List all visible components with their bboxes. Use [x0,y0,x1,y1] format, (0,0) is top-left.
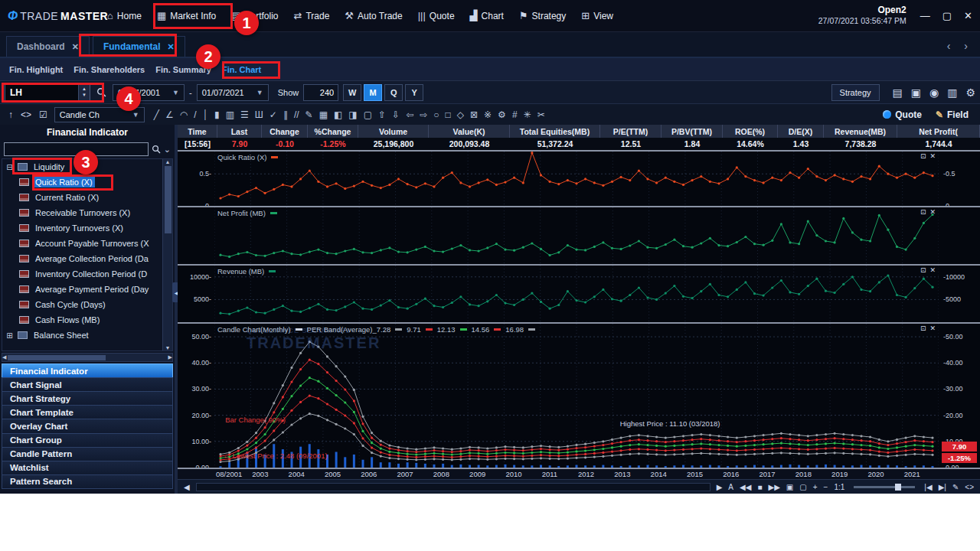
tree-item-account-payable-turnovers-x[interactable]: Account Payable Turnovers (X [2,236,162,251]
menu-item-strategy[interactable]: ⚑Strategy [511,0,573,31]
chart-type-select[interactable]: Candle Ch ▼ [54,107,145,122]
period-button-q[interactable]: Q [384,84,403,101]
compress-view-button[interactable]: ▣ [783,483,796,491]
date-from-select[interactable]: 01/07/2001 ▼ [113,84,185,101]
period-button-m[interactable]: M [364,84,382,101]
scroll-right-button[interactable]: ▶ [714,483,726,491]
drawing-tool-icon[interactable]: ∠ [162,109,177,120]
drawing-tool-icon[interactable]: ▮ [211,109,223,120]
drawing-tool-icon[interactable]: ╱ [151,109,162,120]
stop-button[interactable]: ■ [754,483,765,491]
drawing-tool-icon[interactable]: ◇ [454,109,467,120]
panel-close-icon[interactable]: ✕ [929,152,936,160]
panel-close-icon[interactable]: ✕ [929,208,936,216]
subtab-fin-highlight[interactable]: Fin. Highlight [5,62,67,77]
menu-item-chart[interactable]: ▟Chart [462,0,511,31]
zoom-slider[interactable] [854,486,915,488]
minimize-button[interactable]: — [920,10,930,21]
period-button-w[interactable]: W [343,84,361,101]
object-list-icon[interactable]: ☑ [35,109,51,120]
data-window-icon[interactable]: <> [17,109,35,120]
scale-1-1-button[interactable]: 1:1 [831,483,848,491]
drawing-tool-icon[interactable]: ▢ [361,109,375,120]
drawing-tool-icon[interactable]: // [291,109,302,120]
menu-item-quote[interactable]: |||Quote [410,0,462,31]
sidebar-menu-chart-template[interactable]: Chart Template [2,405,173,419]
date-to-select[interactable]: 01/07/2021 ▼ [197,84,269,101]
drawing-tool-icon[interactable]: ✳ [521,109,534,120]
go-last-button[interactable]: ▶| [936,483,949,491]
sidebar-menu-watchlist[interactable]: Watchlist [2,461,173,475]
expander-icon[interactable]: ⊟ [5,163,14,171]
scroll-down-icon[interactable]: ▼ [165,345,171,350]
tab-fundamental[interactable]: Fundamental✕ [93,36,185,57]
tree-vertical-scrollbar[interactable]: ▲ ▼ [162,159,172,350]
spinner-down-icon[interactable]: ▼ [82,93,87,98]
tree-item-current-ratio-x[interactable]: Current Ratio (X) [2,190,162,205]
expander-icon[interactable]: ⊞ [5,331,14,340]
drawing-tool-icon[interactable]: ☰ [237,109,252,120]
menu-item-auto-trade[interactable]: ⚒Auto Trade [337,0,410,31]
panel-settings-icon[interactable]: ⊡ [920,208,926,216]
drawing-tool-icon[interactable]: ✂ [534,109,548,120]
drawing-tool-icon[interactable]: ◠ [177,109,191,120]
open-folder-icon[interactable]: ▤ [893,86,903,99]
drawing-tool-icon[interactable]: ∥ [280,109,291,120]
tree-item-inventory-turnovers-x[interactable]: Inventory Turnovers (X) [2,220,162,236]
field-button[interactable]: ✎ Field [929,109,975,120]
maximize-button[interactable]: ▢ [942,10,952,21]
tree-item-cash-flows-mb[interactable]: Cash Flows (MB) [2,312,162,328]
step-backward-button[interactable]: ◀◀ [737,483,754,491]
drawing-tool-icon[interactable]: ◨ [345,109,360,120]
sidebar-menu-chart-strategy[interactable]: Chart Strategy [2,391,173,406]
subtab-fin-chart[interactable]: Fin. Chart [217,62,266,77]
snapshot-camera-icon[interactable]: ◉ [929,86,939,99]
step-forward-button[interactable]: ▶▶ [765,483,782,491]
search-icon[interactable] [152,145,161,154]
drawing-tool-icon[interactable]: ▥ [223,109,237,120]
scroll-left-icon[interactable]: ◀ [2,354,6,360]
drawing-tool-icon[interactable]: ⇨ [416,109,430,120]
settings-wrench-icon[interactable]: ⚙ [965,86,975,99]
quote-toggle[interactable]: Quote [876,109,929,120]
panel-settings-icon[interactable]: ⊡ [920,324,926,332]
drawing-tool-icon[interactable]: │ [200,109,212,120]
drawing-tool-icon[interactable]: ⇦ [403,109,416,120]
subtab-fin-shareholders[interactable]: Fin. Shareholders [69,62,149,77]
draw-button[interactable]: ✎ [949,483,962,491]
expand-view-button[interactable]: ▢ [796,483,809,491]
sidebar-menu-candle-pattern[interactable]: Candle Pattern [2,447,173,461]
save-icon[interactable]: ▣ [911,86,921,99]
tree-item-receivable-turnovers-x[interactable]: Receivable Turnovers (X) [2,205,162,220]
tree-node-liquidity[interactable]: ⊟Liquidity [2,159,162,174]
tab-close-icon[interactable]: ✕ [168,42,175,52]
tree-item-cash-cycle-days[interactable]: Cash Cycle (Days) [2,297,162,312]
sidebar-menu-overlay-chart[interactable]: Overlay Chart [2,419,173,433]
drawing-tool-icon[interactable]: □ [443,109,454,120]
drawing-tool-icon[interactable]: # [509,109,521,120]
tree-item-average-payment-period-day[interactable]: Average Payment Period (Day [2,282,162,297]
print-icon[interactable]: ▥ [947,86,957,99]
symbol-input[interactable] [5,85,78,100]
close-button[interactable]: ✕ [964,10,972,21]
panel-settings-icon[interactable]: ⊡ [920,152,926,160]
drawing-tool-icon[interactable]: / [191,109,199,120]
scroll-up-icon[interactable]: ↑ [5,109,17,120]
tabs-scroll-right-icon[interactable]: › [964,40,968,52]
sidebar-menu-chart-signal[interactable]: Chart Signal [2,377,173,392]
symbol-spinner[interactable]: ▲▼ [78,85,90,100]
plot-candle-per-band[interactable] [214,324,939,468]
drawing-tool-icon[interactable]: ▦ [316,109,331,120]
menu-item-view[interactable]: ⊞View [573,0,621,31]
drawing-tool-icon[interactable]: ◧ [331,109,345,120]
drawing-tool-icon[interactable]: Ш [252,109,266,120]
spinner-up-icon[interactable]: ▲ [82,86,87,92]
menu-item-home[interactable]: ⌂Home [100,0,149,31]
drawing-tool-icon[interactable]: ⇩ [389,109,403,120]
panel-close-icon[interactable]: ✕ [929,324,936,332]
panel-close-icon[interactable]: ✕ [929,266,936,274]
drawing-tool-icon[interactable]: ✎ [302,109,316,120]
expand-button[interactable]: <> [962,483,977,491]
tab-close-icon[interactable]: ✕ [72,42,79,52]
sidebar-menu-chart-group[interactable]: Chart Group [2,433,173,448]
